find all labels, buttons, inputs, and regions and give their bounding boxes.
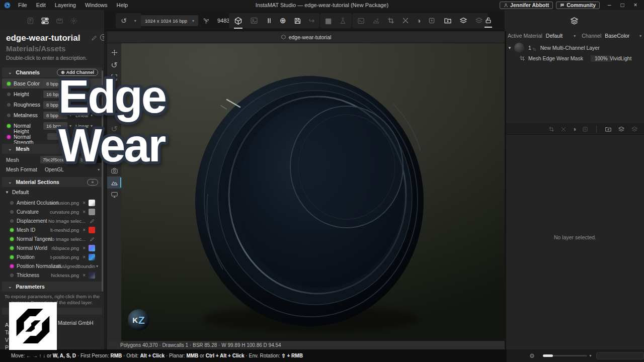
viewport-3d-canvas[interactable] bbox=[121, 43, 505, 341]
colorspace-dropdown[interactable]: Linear bbox=[75, 123, 89, 129]
parameters-section-header[interactable]: ⌄ Parameters bbox=[2, 282, 102, 292]
menu-help[interactable]: Help bbox=[112, 2, 133, 8]
package-description[interactable]: Double-click to enter a description. bbox=[6, 55, 87, 61]
layer-stack-view-icon[interactable] bbox=[41, 17, 49, 25]
clear-x-icon[interactable]: × bbox=[83, 273, 86, 278]
layer-instance-icon[interactable] bbox=[475, 17, 483, 25]
blend-mode-dropdown[interactable]: VividLight bbox=[610, 56, 631, 61]
viewport-tab[interactable]: edge-wear-tutorial bbox=[289, 34, 332, 40]
add-folder-icon[interactable] bbox=[605, 126, 612, 133]
colorspace-dropdown[interactable]: sRGB bbox=[75, 81, 88, 86]
map-row-mesh-id[interactable]: Mesh ID lt-meshid.png × bbox=[2, 225, 102, 234]
viewport-3d-icon[interactable] bbox=[234, 17, 243, 25]
clear-x-icon[interactable]: × bbox=[83, 254, 86, 260]
chevron-down-icon[interactable]: ▾ bbox=[134, 19, 136, 23]
mesh-section-header[interactable]: ⌄ Mesh bbox=[2, 144, 102, 154]
contrast-icon[interactable]: ◑ bbox=[573, 126, 576, 133]
export-image-icon[interactable] bbox=[428, 17, 435, 24]
map-row-normal-world[interactable]: Normal World rldspace.png × bbox=[2, 243, 102, 252]
pose-icon[interactable] bbox=[339, 17, 347, 25]
menu-edit[interactable]: Edit bbox=[32, 2, 50, 8]
map-row-normal-tangent[interactable]: Normal Tangent No Image selec... bbox=[2, 234, 102, 243]
user-account-button[interactable]: Jennifer Abbott bbox=[500, 2, 553, 9]
slider-handle[interactable] bbox=[543, 354, 553, 357]
share-icon[interactable]: ↪ bbox=[309, 17, 315, 25]
environment-display-icon[interactable] bbox=[107, 176, 121, 189]
crop-mask-icon[interactable] bbox=[387, 17, 394, 24]
resolution-dropdown[interactable]: 1024 x 1024 16 bpp ▾ bbox=[141, 15, 198, 26]
reset-view-icon[interactable]: ↺ bbox=[107, 123, 121, 135]
map-thumbnail[interactable] bbox=[89, 209, 95, 215]
map-row-curvature[interactable]: Curvature curvature.png × bbox=[2, 207, 102, 216]
menu-layering[interactable]: Layering bbox=[50, 2, 80, 8]
map-dropdown-value[interactable]: AxisAlignedBoundin bbox=[52, 263, 95, 269]
add-folder-icon[interactable] bbox=[444, 17, 452, 25]
edit-title-pencil-icon[interactable] bbox=[91, 35, 98, 41]
material-sections-header[interactable]: ⌄ Material Sections ≡ bbox=[2, 177, 102, 187]
save-icon[interactable] bbox=[294, 17, 301, 25]
layer-opacity-field[interactable]: 100% bbox=[591, 55, 612, 62]
material-ball-icon[interactable] bbox=[107, 148, 121, 160]
map-thumbnail[interactable] bbox=[89, 272, 95, 279]
camera-icon[interactable] bbox=[107, 164, 121, 176]
layers-panel-icon[interactable] bbox=[570, 17, 579, 25]
section-menu-icon[interactable]: ≡ bbox=[87, 179, 98, 186]
map-thumbnail[interactable] bbox=[89, 245, 95, 251]
channel-dropdown[interactable]: BaseColor bbox=[605, 33, 629, 39]
default-group-row[interactable]: ▼ Default bbox=[5, 189, 29, 195]
value-field[interactable] bbox=[47, 133, 62, 140]
add-channel-button[interactable]: ⊕ Add Channel bbox=[57, 69, 98, 76]
package-icon[interactable] bbox=[56, 17, 63, 25]
channel-row-height[interactable]: Height 16 bpp bbox=[2, 89, 102, 99]
edit-pencil-icon[interactable] bbox=[90, 218, 95, 224]
channels-section-header[interactable]: ⌄ Channels ⊕ Add Channel bbox=[2, 67, 102, 77]
map-row-position[interactable]: Position t-position.png × bbox=[2, 252, 102, 261]
move-tool-icon[interactable] bbox=[107, 46, 121, 58]
split-view-icon[interactable] bbox=[266, 17, 273, 24]
rotate-tool-icon[interactable]: ↺ bbox=[107, 59, 121, 71]
mesh-format-row[interactable]: Mesh Format OpenGL ▾ bbox=[2, 164, 102, 174]
mesh-format-value[interactable]: OpenGL bbox=[45, 167, 64, 172]
bpp-dropdown[interactable]: 8 bpp bbox=[43, 112, 67, 119]
settings-gear-icon[interactable]: ⚙ bbox=[529, 352, 535, 359]
left-panel-scrollbar[interactable] bbox=[102, 70, 103, 292]
filter-input[interactable] bbox=[596, 352, 644, 359]
clear-x-icon[interactable]: × bbox=[83, 227, 86, 233]
close-button[interactable]: × bbox=[629, 2, 642, 9]
blend-icon[interactable] bbox=[402, 17, 409, 24]
mask-icon[interactable] bbox=[548, 126, 554, 132]
minimize-button[interactable]: – bbox=[603, 2, 616, 9]
display-settings-icon[interactable] bbox=[107, 189, 121, 201]
active-material-dropdown[interactable]: Default bbox=[546, 33, 562, 39]
map-row-thickness[interactable]: Thickness hickness.png × bbox=[2, 270, 102, 280]
environment-icon[interactable] bbox=[372, 17, 380, 25]
lock-icon[interactable] bbox=[485, 17, 492, 24]
map-thumbnail[interactable] bbox=[89, 227, 95, 233]
restore-button[interactable]: □ bbox=[616, 2, 629, 9]
blend-x-icon[interactable] bbox=[560, 126, 567, 132]
menu-windows[interactable]: Windows bbox=[80, 2, 112, 8]
layer-row-multichannel[interactable]: ▼ 1 New Multi-Channel Layer bbox=[506, 42, 644, 53]
map-row-displacement[interactable]: Displacement No Image selec... bbox=[2, 216, 102, 225]
bpp-dropdown[interactable]: 16 bpp bbox=[43, 90, 67, 98]
scale-tool-icon[interactable] bbox=[107, 71, 121, 83]
colorspace-dropdown[interactable]: Linear bbox=[75, 113, 89, 118]
menu-file[interactable]: File bbox=[14, 2, 32, 8]
map-thumbnail[interactable] bbox=[89, 254, 95, 260]
add-layer-icon[interactable] bbox=[618, 126, 625, 133]
clear-x-icon[interactable]: × bbox=[83, 200, 86, 206]
add-icon[interactable]: ⊕ bbox=[280, 16, 286, 25]
layer-row-mask[interactable]: Mesh Edge Wear Mask 100% VividLight bbox=[506, 53, 644, 63]
layer-thumbnail[interactable] bbox=[514, 43, 524, 53]
map-thumbnail[interactable] bbox=[89, 200, 95, 206]
community-button[interactable]: Community bbox=[556, 2, 600, 9]
map-row-ambient-occlusion[interactable]: Ambient Occlusion occlusion.png × bbox=[2, 198, 102, 207]
mesh-row[interactable]: Mesh 7bc2f5cce ba bbox=[2, 155, 102, 165]
layer-instance-icon[interactable] bbox=[631, 126, 638, 133]
expand-triangle-icon[interactable]: ▼ bbox=[508, 46, 512, 50]
channel-row-metalness[interactable]: Metalness 8 bpp ▾ Linear ▾ bbox=[2, 110, 102, 120]
bpp-dropdown[interactable]: 8 bpp bbox=[43, 80, 67, 87]
add-layer-icon[interactable] bbox=[459, 17, 467, 25]
contrast-icon[interactable]: ◑ bbox=[417, 17, 421, 25]
terminal-icon[interactable] bbox=[357, 17, 365, 25]
